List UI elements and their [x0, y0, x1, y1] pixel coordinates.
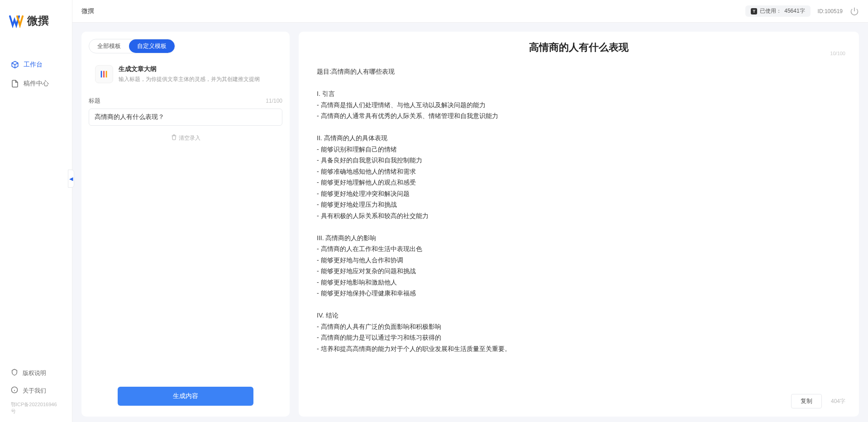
nav-menu: 工作台 稿件中心: [0, 55, 72, 364]
text-icon: T: [751, 8, 757, 14]
user-id: ID:100519: [818, 8, 843, 14]
template-card: 生成文章大纲 输入标题，为你提供文章主体的灵感，并为其创建推文提纲: [89, 59, 282, 90]
icp-text: 鄂ICP备2022016946号: [0, 399, 72, 417]
template-tabs: 全部模板 自定义模板: [89, 39, 175, 53]
footer-label: 关于我们: [23, 387, 46, 395]
shield-icon: [11, 369, 18, 377]
copy-button[interactable]: 复制: [791, 394, 822, 408]
cube-icon: [11, 61, 19, 69]
footer-copyright[interactable]: 版权说明: [0, 364, 72, 382]
chevron-left-icon: ◀: [69, 176, 73, 182]
sidebar-footer: 版权说明 关于我们 鄂ICP备2022016946号: [0, 364, 72, 422]
output-title-counter: 10/100: [830, 51, 845, 56]
info-icon: [11, 386, 18, 395]
footer-label: 版权说明: [23, 369, 46, 377]
brand-name: 微撰: [27, 14, 49, 28]
word-count: 404字: [831, 398, 845, 405]
page-title: 微撰: [81, 7, 94, 15]
output-title: 高情商的人有什么表现: [312, 41, 845, 54]
clear-label: 清空录入: [179, 134, 200, 142]
usage-label: 已使用：: [760, 7, 782, 15]
output-body[interactable]: 题目:高情商的人有哪些表现 I. 引言 - 高情商是指人们处理情绪、与他人互动以…: [299, 57, 859, 389]
trash-icon: [171, 134, 177, 142]
sidebar: 微撰 工作台 稿: [0, 0, 72, 422]
clear-button[interactable]: 清空录入: [171, 134, 200, 142]
title-label: 标题: [89, 97, 100, 105]
template-desc: 输入标题，为你提供文章主体的灵感，并为其创建推文提纲: [119, 75, 276, 83]
tab-all-templates[interactable]: 全部模板: [89, 39, 129, 53]
footer-about[interactable]: 关于我们: [0, 382, 72, 399]
sidebar-collapse-handle[interactable]: ◀: [68, 170, 74, 188]
template-title: 生成文章大纲: [119, 65, 276, 73]
logo-icon: [9, 14, 24, 28]
nav-label: 稿件中心: [24, 80, 49, 88]
title-input[interactable]: [89, 109, 282, 126]
nav-workspace[interactable]: 工作台: [0, 55, 72, 74]
document-icon: [11, 80, 19, 88]
power-icon[interactable]: [850, 7, 859, 16]
usage-value: 45641字: [784, 7, 805, 15]
output-panel: 高情商的人有什么表现 10/100 题目:高情商的人有哪些表现 I. 引言 - …: [299, 32, 859, 417]
nav-label: 工作台: [24, 61, 43, 69]
tab-custom-templates[interactable]: 自定义模板: [129, 39, 175, 53]
nav-documents[interactable]: 稿件中心: [0, 74, 72, 93]
topbar: 微撰 T 已使用： 45641字 ID:100519: [72, 0, 868, 23]
generate-button[interactable]: 生成内容: [118, 387, 253, 406]
brand-logo: 微撰: [0, 0, 72, 37]
title-counter: 11/100: [266, 98, 282, 104]
input-panel: 全部模板 自定义模板 生成文章大纲 输入标题，为你提供文章主体: [81, 32, 290, 417]
template-thumb-icon: [95, 65, 113, 83]
usage-badge[interactable]: T 已使用： 45641字: [745, 5, 810, 17]
